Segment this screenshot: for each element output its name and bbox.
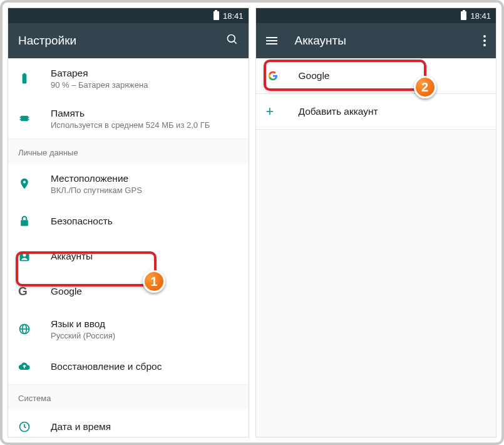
globe-icon: [18, 323, 51, 335]
subheader-personal: Личные данные: [8, 139, 249, 164]
item-label: Google: [51, 286, 239, 297]
subheader-system: Система: [8, 384, 249, 409]
menu-icon[interactable]: [266, 35, 277, 46]
accounts-item-add[interactable]: + Добавить аккаунт: [256, 94, 496, 129]
svg-rect-7: [28, 117, 29, 118]
svg-point-9: [23, 181, 26, 183]
svg-rect-6: [20, 119, 21, 120]
svg-rect-8: [28, 119, 29, 120]
settings-item-location[interactable]: Местоположение ВКЛ./По спутникам GPS: [8, 164, 249, 204]
accounts-icon: [18, 250, 51, 263]
battery-status-icon: [213, 11, 219, 20]
svg-rect-4: [21, 116, 28, 121]
overflow-icon[interactable]: [483, 33, 486, 48]
battery-icon: [18, 72, 51, 85]
svg-line-1: [234, 41, 236, 44]
svg-point-12: [23, 253, 26, 256]
google-icon: G: [18, 285, 51, 298]
app-bar-settings: Настройки: [8, 23, 249, 58]
item-label: Память: [51, 108, 239, 119]
item-label: Google: [299, 70, 486, 81]
status-time: 18:41: [223, 11, 244, 21]
location-icon: [18, 177, 51, 190]
phone-accounts: 18:41 Аккаунты Google: [255, 8, 497, 437]
item-sub: 90 % – Батарея заряжена: [51, 80, 239, 90]
settings-item-datetime[interactable]: Дата и время: [8, 409, 249, 437]
settings-item-memory[interactable]: Память Используется в среднем 524 МБ из …: [8, 98, 249, 139]
item-label: Батарея: [51, 68, 239, 79]
settings-item-google[interactable]: G Google: [8, 274, 249, 309]
settings-list[interactable]: Батарея 90 % – Батарея заряжена Память И…: [8, 58, 249, 437]
item-label: Дата и время: [51, 421, 239, 432]
svg-point-0: [227, 35, 235, 43]
accounts-list[interactable]: Google + Добавить аккаунт: [256, 58, 496, 437]
memory-icon: [18, 112, 51, 125]
svg-rect-2: [23, 74, 27, 83]
clock-icon: [18, 421, 51, 433]
backup-icon: [18, 360, 51, 373]
item-sub: Русский (Россия): [51, 331, 239, 340]
search-icon[interactable]: [226, 33, 239, 48]
status-bar: 18:41: [8, 8, 249, 23]
phone-settings: 18:41 Настройки Батарея 90 % – Батарея з…: [8, 8, 249, 437]
settings-item-battery[interactable]: Батарея 90 % – Батарея заряжена: [8, 58, 249, 98]
status-bar: 18:41: [256, 8, 496, 23]
item-label: Местоположение: [51, 173, 239, 184]
item-label: Добавить аккаунт: [299, 106, 486, 117]
item-sub: ВКЛ./По спутникам GPS: [51, 186, 239, 195]
divider: [256, 129, 496, 130]
item-label: Безопасность: [51, 216, 239, 227]
app-bar-accounts: Аккаунты: [256, 23, 496, 58]
svg-rect-10: [21, 220, 28, 226]
battery-status-icon: [461, 11, 466, 20]
google-logo-icon: [266, 69, 299, 83]
settings-item-accounts[interactable]: Аккаунты: [8, 239, 249, 274]
item-label: Язык и ввод: [51, 318, 239, 330]
settings-item-security[interactable]: Безопасность: [8, 204, 249, 239]
svg-rect-5: [20, 117, 21, 118]
lock-icon: [18, 215, 51, 228]
app-bar-title: Настройки: [18, 34, 226, 48]
accounts-item-google[interactable]: Google: [256, 58, 496, 93]
item-label: Восстановление и сброс: [51, 361, 239, 372]
status-time: 18:41: [470, 11, 491, 21]
svg-rect-3: [23, 73, 25, 75]
add-icon: +: [266, 103, 299, 120]
item-sub: Используется в среднем 524 МБ из 2,0 ГБ: [51, 120, 239, 130]
settings-item-language[interactable]: Язык и ввод Русский (Россия): [8, 309, 249, 349]
app-bar-title: Аккаунты: [295, 34, 484, 48]
item-label: Аккаунты: [51, 251, 239, 262]
settings-item-backup[interactable]: Восстановление и сброс: [8, 349, 249, 384]
